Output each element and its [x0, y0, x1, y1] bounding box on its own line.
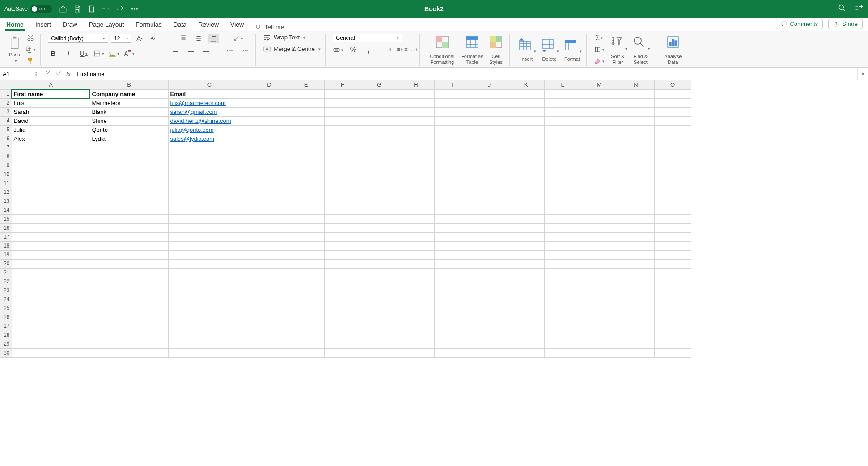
- cell-J14[interactable]: [471, 206, 508, 214]
- cell-J5[interactable]: [471, 125, 508, 134]
- comma-icon[interactable]: ,: [363, 45, 374, 55]
- cell-H27[interactable]: [398, 322, 434, 331]
- cell-I16[interactable]: [434, 223, 471, 232]
- cell-I24[interactable]: [434, 295, 471, 304]
- cell-K30[interactable]: [508, 348, 544, 357]
- column-header-G[interactable]: G: [361, 80, 398, 89]
- row-header-19[interactable]: 19: [0, 250, 12, 259]
- cell-N4[interactable]: [618, 116, 654, 125]
- cell-E12[interactable]: [288, 188, 324, 197]
- cell-L17[interactable]: [544, 232, 581, 241]
- cell-H19[interactable]: [398, 250, 434, 259]
- orientation-icon[interactable]: ▾: [233, 34, 243, 43]
- cell-J24[interactable]: [471, 295, 508, 304]
- cell-K1[interactable]: [508, 89, 544, 98]
- cell-G11[interactable]: [361, 179, 398, 188]
- cell-I26[interactable]: [434, 313, 471, 322]
- paste-button[interactable]: Paste ▾: [9, 36, 21, 63]
- cell-B9[interactable]: [90, 161, 168, 170]
- cell-I19[interactable]: [434, 250, 471, 259]
- cell-M26[interactable]: [581, 313, 618, 322]
- cell-K25[interactable]: [508, 304, 544, 313]
- align-right-icon[interactable]: [201, 46, 212, 56]
- row-header-30[interactable]: 30: [0, 348, 12, 357]
- cell-O5[interactable]: [654, 125, 691, 134]
- cell-O23[interactable]: [654, 286, 691, 295]
- cell-G30[interactable]: [361, 348, 398, 357]
- cell-M21[interactable]: [581, 268, 618, 277]
- cancel-formula-icon[interactable]: [45, 70, 51, 78]
- column-header-F[interactable]: F: [324, 80, 361, 89]
- row-header-16[interactable]: 16: [0, 223, 12, 232]
- italic-button[interactable]: I: [63, 49, 74, 59]
- cell-L19[interactable]: [544, 250, 581, 259]
- row-header-21[interactable]: 21: [0, 268, 12, 277]
- cell-J20[interactable]: [471, 259, 508, 268]
- cell-O6[interactable]: [654, 134, 691, 143]
- cell-B4[interactable]: Shine: [90, 116, 168, 125]
- row-header-11[interactable]: 11: [0, 179, 12, 188]
- tab-draw[interactable]: Draw: [62, 19, 78, 31]
- cell-J12[interactable]: [471, 188, 508, 197]
- cell-N5[interactable]: [618, 125, 654, 134]
- cell-N28[interactable]: [618, 331, 654, 340]
- font-name-select[interactable]: Calibri (Body)▾: [48, 34, 108, 43]
- cell-G13[interactable]: [361, 197, 398, 206]
- insert-cells-button[interactable]: ▾ Insert: [517, 37, 536, 62]
- cell-N11[interactable]: [618, 179, 654, 188]
- autosave-file-icon[interactable]: [88, 5, 96, 13]
- align-top-icon[interactable]: [178, 34, 189, 43]
- cell-B12[interactable]: [90, 188, 168, 197]
- tell-me[interactable]: Tell me: [254, 24, 284, 31]
- cell-I5[interactable]: [434, 125, 471, 134]
- cell-B16[interactable]: [90, 223, 168, 232]
- cell-O1[interactable]: [654, 89, 691, 98]
- cell-E24[interactable]: [288, 295, 324, 304]
- cell-O18[interactable]: [654, 241, 691, 250]
- cell-H18[interactable]: [398, 241, 434, 250]
- cell-D30[interactable]: [251, 348, 288, 357]
- cell-F30[interactable]: [324, 348, 361, 357]
- cell-F2[interactable]: [324, 98, 361, 107]
- cell-F25[interactable]: [324, 304, 361, 313]
- cell-A3[interactable]: Sarah: [12, 107, 90, 116]
- cell-J17[interactable]: [471, 232, 508, 241]
- cell-O7[interactable]: [654, 143, 691, 152]
- column-header-H[interactable]: H: [398, 80, 434, 89]
- cell-H5[interactable]: [398, 125, 434, 134]
- cell-E1[interactable]: [288, 89, 324, 98]
- row-header-27[interactable]: 27: [0, 322, 12, 331]
- cell-L25[interactable]: [544, 304, 581, 313]
- cell-G24[interactable]: [361, 295, 398, 304]
- row-header-8[interactable]: 8: [0, 152, 12, 161]
- cell-A19[interactable]: [12, 250, 90, 259]
- cell-E18[interactable]: [288, 241, 324, 250]
- cell-A2[interactable]: Luis: [12, 98, 90, 107]
- row-header-23[interactable]: 23: [0, 286, 12, 295]
- cell-N7[interactable]: [618, 143, 654, 152]
- cell-I7[interactable]: [434, 143, 471, 152]
- cell-L21[interactable]: [544, 268, 581, 277]
- analyse-data-button[interactable]: Analyse Data: [662, 34, 684, 64]
- cell-O17[interactable]: [654, 232, 691, 241]
- cell-I14[interactable]: [434, 206, 471, 214]
- cell-O29[interactable]: [654, 340, 691, 348]
- decrease-indent-icon[interactable]: [225, 46, 236, 56]
- cell-B8[interactable]: [90, 152, 168, 161]
- tab-data[interactable]: Data: [173, 19, 188, 31]
- tab-page-layout[interactable]: Page Layout: [88, 19, 125, 31]
- cell-D27[interactable]: [251, 322, 288, 331]
- tab-view[interactable]: View: [229, 19, 245, 31]
- cell-D17[interactable]: [251, 232, 288, 241]
- cell-C22[interactable]: [168, 277, 251, 286]
- cell-H26[interactable]: [398, 313, 434, 322]
- fill-icon[interactable]: ▾: [594, 45, 605, 55]
- cell-N6[interactable]: [618, 134, 654, 143]
- cell-N2[interactable]: [618, 98, 654, 107]
- cell-N17[interactable]: [618, 232, 654, 241]
- tab-insert[interactable]: Insert: [34, 19, 52, 31]
- cell-N16[interactable]: [618, 223, 654, 232]
- cell-L16[interactable]: [544, 223, 581, 232]
- cell-H13[interactable]: [398, 197, 434, 206]
- email-link[interactable]: david.hertz@shine.com: [170, 118, 231, 124]
